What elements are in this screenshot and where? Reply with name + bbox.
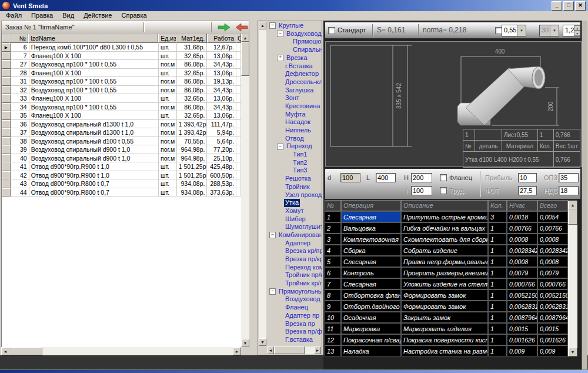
operation-cell[interactable]: 0,001626: [537, 334, 568, 345]
tree-item-label[interactable]: Хомут: [284, 207, 305, 215]
tree-item[interactable]: Врезка пр/кр: [267, 255, 322, 264]
row-selector[interactable]: [2, 179, 11, 188]
tree-item-label[interactable]: Дефлектор: [284, 70, 320, 78]
col-header-mat[interactable]: Мат1ед.: [176, 34, 207, 43]
operation-cell[interactable]: Настройка станка на размер: [401, 345, 488, 357]
operation-cell[interactable]: Контроль: [341, 267, 401, 278]
tree-item-label[interactable]: Спиральный: [292, 46, 322, 54]
item-cell[interactable]: Отвод d800*90гр.R800 t 0,7: [29, 188, 159, 197]
operation-cell[interactable]: Гибка обечайки на вальцах: [401, 222, 488, 234]
operation-cell[interactable]: 3: [488, 211, 507, 222]
operation-cell[interactable]: 1: [488, 345, 507, 357]
operation-row[interactable]: 13НаладкаНастройка станка на размер10,00…: [325, 345, 568, 357]
item-cell[interactable]: пог.м: [159, 120, 177, 129]
item-cell[interactable]: 86,08р.: [177, 77, 208, 86]
item-cell[interactable]: 13,06р.: [207, 111, 236, 120]
row-selector[interactable]: [2, 188, 11, 197]
scroll-up-icon[interactable]: ▲: [259, 22, 266, 29]
tree-item[interactable]: Тройник пр/кр: [267, 271, 322, 279]
operation-cell[interactable]: 1: [325, 211, 341, 222]
operation-cell[interactable]: 1: [488, 278, 507, 289]
opz-input[interactable]: [559, 173, 579, 182]
L-input[interactable]: [376, 173, 396, 182]
item-cell[interactable]: пог.м: [159, 154, 177, 163]
operation-row[interactable]: 10ОсадочнаяЗакрыть замок10,00879640,0087…: [325, 312, 568, 323]
operation-cell[interactable]: 2: [325, 222, 341, 234]
item-cell[interactable]: шт.: [159, 69, 177, 78]
tree-item-label[interactable]: Воздуховод пр: [284, 295, 322, 304]
item-row[interactable]: 40Воздуховод спиральный d900 t 1,0пог.м9…: [2, 154, 241, 163]
item-row[interactable]: 39Воздуховод спиральный d900 t 1,0пог.м9…: [2, 145, 241, 154]
operation-row[interactable]: 2ВальцовкаГибка обечайки на вальцах10,00…: [325, 222, 568, 234]
koef-spinner[interactable]: 1,2 ▲ ▼: [563, 25, 580, 36]
tree-item[interactable]: Врезка пр/фарт: [267, 328, 322, 336]
minimize-button[interactable]: _: [552, 1, 562, 11]
operation-row[interactable]: 4СборкаСобрать изделие10,00283420,002834…: [325, 245, 568, 256]
tree-item[interactable]: −Круглые: [267, 22, 322, 30]
item-cell[interactable]: пог.м: [159, 77, 177, 86]
tree-item-label[interactable]: Врезка пр/фарт: [284, 328, 322, 336]
tree-item[interactable]: Г.вставка: [267, 336, 322, 344]
expand-icon[interactable]: +: [277, 55, 283, 61]
thickness-combobox[interactable]: 0,55 ▼: [502, 25, 526, 36]
col-header-izdname[interactable]: IzdName: [28, 34, 158, 43]
operation-cell[interactable]: 3: [325, 234, 341, 245]
operation-cell[interactable]: 1: [488, 289, 507, 301]
tree-item-label[interactable]: Переход комб: [284, 264, 322, 272]
menu-item-1[interactable]: Правка: [26, 11, 58, 21]
row-selector[interactable]: [2, 111, 11, 120]
item-cell[interactable]: 28: [11, 69, 29, 78]
item-row[interactable]: 43Отвод d800*90гр.R800 t 0,7шт.934,08р.2…: [2, 179, 241, 188]
operation-cell[interactable]: 12: [325, 334, 341, 345]
tree-item[interactable]: Насадок: [267, 118, 322, 126]
tree-item-label[interactable]: Г.вставка: [284, 336, 314, 344]
row-selector[interactable]: [2, 69, 11, 78]
menu-item-2[interactable]: Вид: [58, 11, 79, 21]
item-cell[interactable]: 1 393,42р.: [177, 128, 208, 137]
operation-cell[interactable]: 0,0052150: [507, 289, 537, 301]
item-cell[interactable]: 34,43р.: [207, 60, 236, 69]
tree-item-label[interactable]: Отвод: [284, 135, 305, 143]
scroll-down-icon[interactable]: ▼: [259, 338, 266, 346]
item-row[interactable]: 7Фланец100 X 100шт.32,65р.13,06р.: [2, 52, 241, 61]
operation-row[interactable]: 11МаркировкаМаркировать изделия10,00150,…: [325, 323, 568, 334]
size-combobox[interactable]: 30 ▼: [539, 25, 559, 36]
operation-row[interactable]: 3КомплектовочнаяСкомплектовать для сборк…: [325, 234, 568, 245]
H-input[interactable]: [411, 173, 432, 182]
operation-cell[interactable]: 0,0028342: [507, 245, 537, 256]
tree-item[interactable]: Дроссель-клапан: [267, 78, 322, 86]
tree-item[interactable]: −Переход: [267, 142, 322, 151]
ops-col-operation[interactable]: Операция: [341, 200, 401, 211]
item-cell[interactable]: шт.: [159, 43, 177, 52]
item-cell[interactable]: 373,63р.: [207, 188, 236, 197]
item-cell[interactable]: 86,08р.: [177, 103, 208, 112]
next-order-arrow-icon[interactable]: [217, 23, 231, 32]
d-input[interactable]: [340, 173, 360, 182]
scroll-up-icon[interactable]: ▲: [568, 201, 577, 209]
operation-cell[interactable]: Наладка: [341, 345, 401, 357]
scroll-left-icon[interactable]: ◄: [1, 347, 9, 355]
operation-cell[interactable]: 0,006283185: [537, 301, 568, 312]
operation-cell[interactable]: 1: [488, 334, 507, 345]
tree-vscrollbar[interactable]: ▲ ▼: [259, 22, 266, 346]
item-row[interactable]: 37Воздуховод спиральный d1300 t 1,0пог.м…: [2, 128, 241, 137]
operation-cell[interactable]: 8: [325, 289, 341, 301]
tree-item[interactable]: Адаптер пр: [267, 312, 322, 320]
item-cell[interactable]: 33: [11, 94, 29, 103]
spin-up-icon[interactable]: ▲: [574, 25, 580, 31]
operation-cell[interactable]: 0,0079: [537, 267, 568, 278]
spin-down-icon[interactable]: ▼: [574, 31, 580, 36]
item-cell[interactable]: 86,08р.: [177, 86, 208, 95]
item-cell[interactable]: 6: [11, 43, 29, 52]
item-cell[interactable]: 1 501,25р.: [177, 171, 208, 180]
operation-cell[interactable]: Покрасочная п/сварки: [341, 334, 401, 345]
collapse-icon[interactable]: −: [269, 288, 276, 295]
item-cell[interactable]: 425,48р.: [207, 162, 236, 171]
tree-item-label[interactable]: Решотка: [284, 175, 312, 183]
item-cell[interactable]: пог.м: [159, 145, 177, 154]
operation-cell[interactable]: 9: [325, 301, 341, 312]
tree-item[interactable]: Воздуховод пр: [267, 295, 322, 304]
operation-cell[interactable]: Скомплектовать для сборки: [401, 234, 488, 245]
operation-cell[interactable]: Притупить острые кромки: [401, 211, 488, 222]
tree-item-label[interactable]: Насадок: [284, 118, 312, 126]
